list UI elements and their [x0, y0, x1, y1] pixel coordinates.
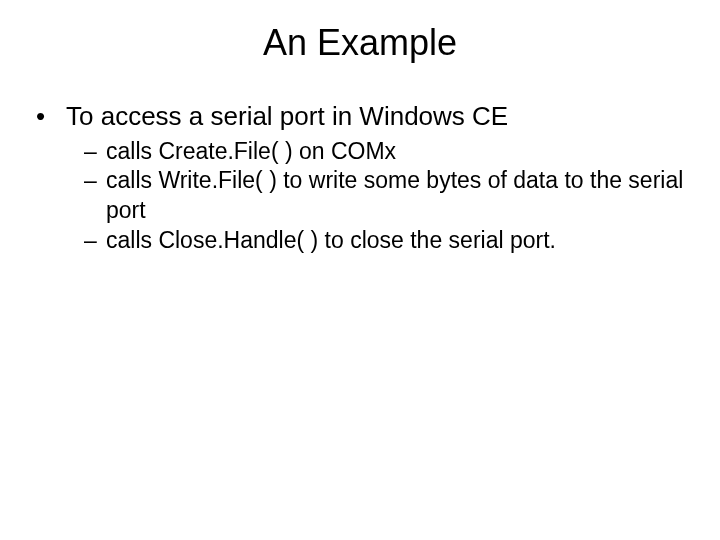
- bullet-level-2: – calls Create.File( ) on COMx: [84, 137, 690, 167]
- sub-bullet-text: calls Create.File( ) on COMx: [106, 137, 690, 167]
- sub-bullet-text: calls Close.Handle( ) to close the seria…: [106, 226, 690, 256]
- dash-icon: –: [84, 226, 106, 256]
- bullet-level-1: • To access a serial port in Windows CE: [32, 100, 690, 133]
- bullet-level-2: – calls Close.Handle( ) to close the ser…: [84, 226, 690, 256]
- sub-bullet-text: calls Write.File( ) to write some bytes …: [106, 166, 690, 226]
- sub-bullet-list: – calls Create.File( ) on COMx – calls W…: [32, 133, 690, 257]
- bullet-text: To access a serial port in Windows CE: [66, 100, 690, 133]
- bullet-level-2: – calls Write.File( ) to write some byte…: [84, 166, 690, 226]
- dash-icon: –: [84, 166, 106, 226]
- slide-body: • To access a serial port in Windows CE …: [0, 64, 720, 256]
- dash-icon: –: [84, 137, 106, 167]
- slide-title: An Example: [0, 0, 720, 64]
- slide: An Example • To access a serial port in …: [0, 0, 720, 540]
- bullet-dot-icon: •: [32, 100, 66, 133]
